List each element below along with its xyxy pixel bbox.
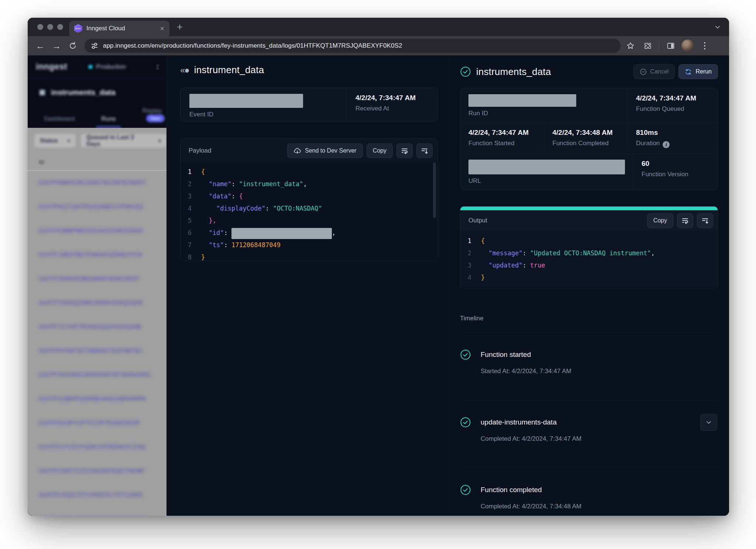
url-label: URL <box>468 177 625 185</box>
browser-tabstrip: Inngest Cloud × + <box>28 18 729 36</box>
traffic-lights[interactable] <box>37 24 63 30</box>
run-id-link[interactable]: 01HTFHXGR0CWNHSWY8TSNAVGRC <box>28 363 166 387</box>
environment-selector[interactable]: Production <box>89 63 126 71</box>
code-line: 7 "ts": 1712068487049 <box>181 239 438 251</box>
word-wrap-icon[interactable] <box>677 213 693 228</box>
close-window-icon[interactable] <box>37 24 43 30</box>
function-started-label: Function Started <box>468 140 536 147</box>
run-id-link[interactable]: 01HTFEG3FVJP7FZJP7EA5KN3JR <box>28 411 166 435</box>
reload-icon[interactable] <box>66 41 79 50</box>
chevron-down-icon: ▾ <box>68 138 70 144</box>
expand-lines-icon[interactable] <box>416 143 433 158</box>
tab-replay[interactable]: ReplayNew <box>142 103 165 128</box>
run-id-link[interactable]: 01HTFJ3B1PB27EWGK5Z0M6JYC8 <box>28 243 166 267</box>
sidebar-kebab-icon[interactable] <box>157 65 158 69</box>
run-id-link[interactable]: 01HTF7C7HF7RVN011Q3YD2S3AB <box>28 315 166 339</box>
word-wrap-icon[interactable] <box>396 143 413 158</box>
code-line: 3 "data": { <box>181 190 438 202</box>
success-status-bar <box>460 207 718 210</box>
output-code[interactable]: 1{2 "message": "Updated OCTO:NASDAQ inst… <box>460 231 718 289</box>
timeline-item-title: Function started <box>481 351 531 359</box>
run-id-link[interactable]: 01HTFHYWF32TSB9HGT01F5BTBJ <box>28 339 166 363</box>
status-filter[interactable]: Status▾ <box>34 134 76 148</box>
inngest-favicon-icon <box>74 24 82 33</box>
id-column-header: ID <box>39 159 166 165</box>
timeline-item-subtitle: Completed At: 4/2/2024, 7:34:47 AM <box>481 435 718 443</box>
run-id-link[interactable]: 01HTF7DA6Q238SJWNH1E8Q2Q5K <box>28 291 166 315</box>
duration-cell: 810ms Durationi <box>628 123 718 153</box>
timeline-item-subtitle: Completed At: 4/2/2024, 7:34:48 AM <box>481 503 718 510</box>
extensions-icon[interactable] <box>640 39 654 53</box>
output-copy-button[interactable]: Copy <box>647 213 673 228</box>
run-id-link[interactable]: 01HTFCYYZGYGDKJVP82NKXCZ4Q <box>28 435 166 459</box>
run-id-link[interactable]: 01HTFN86XV8CXWE7657W7E3WDY <box>28 171 166 195</box>
received-at-value: 4/2/24, 7:34:47 AM <box>355 94 429 102</box>
function-version-label: Function Version <box>642 171 709 178</box>
code-line: 1{ <box>460 235 718 247</box>
back-icon[interactable]: ← <box>34 41 47 51</box>
minimize-window-icon[interactable] <box>47 24 53 30</box>
received-at-label: Received At <box>355 105 429 112</box>
run-details-card: Run ID 4/2/24, 7:34:47 AM Function Queue… <box>460 88 718 190</box>
code-line: 4 "displayCode": "OCTO:NASDAQ" <box>181 202 438 214</box>
function-completed-value: 4/2/24, 7:34:48 AM <box>553 129 620 137</box>
success-check-icon <box>460 66 471 77</box>
payload-toolbar: Payload Send to Dev Server Copy <box>181 139 438 163</box>
run-id-link[interactable]: 01HTFKQT1M7RSJQABEXYF0K0S2 <box>28 195 166 219</box>
payload-scrollbar[interactable] <box>433 163 436 218</box>
tab-title: Inngest Cloud <box>86 25 156 32</box>
payload-code[interactable]: 1{2 "name": "instrument_data",3 "data": … <box>181 163 438 261</box>
send-to-dev-server-button[interactable]: Send to Dev Server <box>287 143 363 158</box>
run-id-link[interactable]: 01HTFKMBPMD0ZAJ4AG04KD3A02 <box>28 219 166 243</box>
run-id-link[interactable]: 01HTFCR9KAPQP0R6PZK3MQNMX8 <box>28 507 166 516</box>
browser-tab[interactable]: Inngest Cloud × <box>69 21 169 36</box>
new-tab-button[interactable]: + <box>177 21 183 33</box>
tab-close-icon[interactable]: × <box>160 25 164 32</box>
maximize-window-icon[interactable] <box>57 24 63 30</box>
url-text[interactable]: app.inngest.com/env/production/functions… <box>103 42 402 50</box>
payload-copy-button[interactable]: Copy <box>367 143 393 158</box>
browser-toolbar: ← → app.inngest.com/env/production/funct… <box>28 36 729 55</box>
function-completed-label: Function Completed <box>553 140 620 147</box>
run-header: instruments_data Cancel Rerun <box>460 64 718 79</box>
timeline-item-title: Function completed <box>481 486 542 494</box>
site-settings-icon[interactable] <box>87 40 102 51</box>
cloud-send-icon <box>293 147 301 155</box>
event-id-label: Event ID <box>189 111 337 118</box>
duration-label: Durationi <box>636 140 709 148</box>
time-filter[interactable]: Queued in Last 3 Days▾ <box>81 134 166 148</box>
run-title: instruments_data <box>476 66 551 78</box>
function-queued-cell: 4/2/24, 7:34:47 AM Function Queued <box>628 88 718 122</box>
tab-search-chevron-icon[interactable] <box>714 24 721 30</box>
code-line: 2 "message": "Updated OCTO:NASDAQ instru… <box>460 247 718 259</box>
timeline-item-title: update-instruments-data <box>481 418 557 426</box>
minus-circle-icon <box>640 68 647 75</box>
expand-lines-icon[interactable] <box>697 213 713 228</box>
side-panel-icon[interactable] <box>664 39 678 53</box>
rerun-button[interactable]: Rerun <box>678 64 718 79</box>
forward-icon[interactable]: → <box>50 41 63 51</box>
tab-runs[interactable]: Runs <box>101 112 116 128</box>
output-label: Output <box>468 217 643 224</box>
event-id-cell: Event ID <box>181 88 346 121</box>
expand-step-button[interactable] <box>700 414 717 431</box>
inngest-logo[interactable]: inngest <box>36 62 67 72</box>
avatar[interactable] <box>681 39 695 53</box>
run-id-link[interactable]: 01HTFG3BKPQSR9E4A91GBRARRN <box>28 387 166 411</box>
env-label: Production <box>96 63 126 71</box>
tab-dashboard[interactable]: Dashboard <box>44 112 75 128</box>
bookmark-star-icon[interactable] <box>623 39 638 53</box>
function-started-cell: 4/2/24, 7:34:47 AM Function Started <box>460 123 544 153</box>
info-icon[interactable]: i <box>663 141 670 148</box>
timeline-item-step: update-instruments-data Completed At: 4/… <box>460 400 718 457</box>
menu-kebab-icon[interactable] <box>698 39 712 53</box>
run-id-cell: Run ID <box>460 88 628 122</box>
cancel-button[interactable]: Cancel <box>633 64 675 79</box>
code-line: 2 "name": "instrument_data", <box>181 178 438 190</box>
event-panel: «● instrument_data Event ID 4/2/24, 7:34… <box>166 55 449 516</box>
run-id-link[interactable]: 01HTFJ944VE0BQ48AF4DM13E9T <box>28 267 166 291</box>
run-id-link[interactable]: 01HTFCW27CZ2X3AZM75QEYNH8F <box>28 459 166 483</box>
run-id-link[interactable]: 01HTFC5QG7ZYVXNZVC7VT1Z4K6 <box>28 483 166 507</box>
timeline-item-function-started: Function started Started At: 4/2/2024, 7… <box>460 333 718 390</box>
url-bar[interactable]: app.inngest.com/env/production/functions… <box>85 39 621 53</box>
